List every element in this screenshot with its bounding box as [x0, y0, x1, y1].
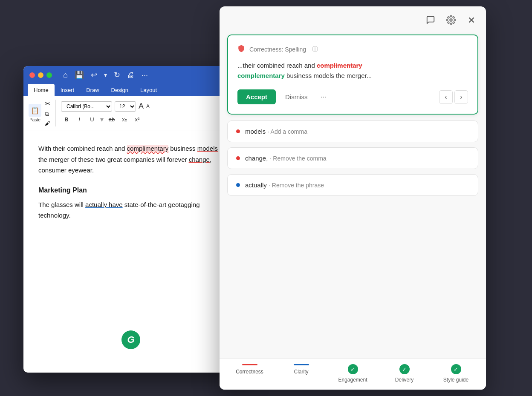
tab-insert[interactable]: Insert — [55, 84, 81, 96]
accept-button[interactable]: Accept — [237, 89, 276, 104]
context-before: ...their combined reach and — [237, 62, 317, 69]
main-suggestion-card: Correctness: Spelling ⓘ ...their combine… — [227, 34, 478, 115]
prev-button[interactable]: ‹ — [439, 90, 453, 104]
blue-dot-icon — [236, 183, 240, 187]
more-icon[interactable]: ··· — [142, 71, 148, 80]
copy-icon[interactable]: ⧉ — [45, 110, 50, 118]
tab-clarity-label: Clarity — [294, 369, 308, 375]
font-size-select[interactable]: 12 — [115, 101, 136, 112]
document-content: With their combined reach and compliment… — [23, 130, 243, 242]
suggestion-text-models: models · Add a comma — [245, 128, 307, 135]
suggestion-row-actually[interactable]: actually · Remove the phrase — [227, 174, 478, 196]
engagement-check-icon: ✓ — [348, 364, 358, 374]
delivery-check-icon: ✓ — [399, 364, 410, 374]
ribbon-tabs: Home Insert Draw Design Layout — [23, 84, 243, 96]
grammarly-panel: Correctness: Spelling ⓘ ...their combine… — [220, 6, 486, 390]
chat-icon[interactable] — [425, 14, 437, 26]
format-painter-icon[interactable]: 🖌 — [45, 120, 50, 126]
cut-icon[interactable]: ✂ — [45, 100, 50, 108]
home-icon[interactable]: ⌂ — [63, 71, 68, 80]
bold-button[interactable]: B — [61, 114, 72, 125]
change-word: change — [189, 156, 210, 163]
more-options-button[interactable]: ··· — [317, 89, 330, 105]
grammarly-logo: G — [127, 334, 134, 345]
misspelled-word: complimentary — [127, 145, 169, 152]
shield-icon — [237, 44, 245, 55]
paragraph-2: The glasses will actually have state-of-… — [38, 199, 228, 221]
context-after: business models the merger... — [285, 72, 372, 79]
font-group: Calibri (Bo... 12 A A B I U ▾ ab x₂ x² — [61, 101, 155, 125]
print-icon[interactable]: 🖨 — [127, 71, 135, 80]
paste-button[interactable]: 📋 Paste — [29, 104, 41, 122]
suggestion-text-change: change, · Remove the comma — [245, 155, 327, 162]
marketing-heading: Marketing Plan — [38, 184, 228, 196]
suggestion-separator: · — [269, 182, 272, 189]
maximize-button[interactable] — [46, 72, 52, 78]
tab-style-guide[interactable]: ✓ Style guide — [430, 364, 482, 383]
panel-header — [220, 6, 486, 30]
underline-button[interactable]: U — [87, 114, 98, 125]
subscript-button[interactable]: x₂ — [119, 114, 130, 125]
tab-draw[interactable]: Draw — [80, 84, 105, 96]
card-actions: Accept Dismiss ··· ‹ › — [237, 89, 468, 105]
paste-label: Paste — [29, 118, 40, 122]
ribbon-controls: 📋 Paste ✂ ⧉ 🖌 Calibri (Bo... 12 A — [23, 96, 243, 130]
suggestion-row-change[interactable]: change, · Remove the comma — [227, 147, 478, 169]
redo-icon[interactable]: ▾ — [104, 72, 107, 78]
red-dot-icon — [236, 156, 240, 160]
strikethrough-button[interactable]: ab — [106, 114, 117, 125]
correctness-indicator — [242, 364, 257, 365]
navigation-buttons: ‹ › — [439, 90, 468, 104]
dismiss-button[interactable]: Dismiss — [280, 89, 313, 104]
svg-point-0 — [450, 19, 452, 21]
tab-style-guide-label: Style guide — [443, 377, 468, 383]
tab-engagement[interactable]: ✓ Engagement — [327, 364, 379, 383]
title-bar-icons: ⌂ 💾 ↩ ▾ ↻ 🖨 ··· — [63, 70, 148, 80]
suggestion-word: change, — [245, 155, 268, 162]
grammarly-button[interactable]: G — [121, 330, 140, 349]
close-button[interactable] — [29, 72, 35, 78]
paste-group: 📋 Paste ✂ ⧉ 🖌 — [29, 100, 56, 126]
minimize-button[interactable] — [38, 72, 43, 78]
save-icon[interactable]: 💾 — [75, 70, 84, 80]
settings-icon[interactable] — [445, 14, 457, 26]
suggestion-word: models — [245, 128, 266, 135]
info-icon[interactable]: ⓘ — [312, 46, 318, 53]
card-text: ...their combined reach and complimentar… — [237, 60, 468, 81]
style-guide-check-icon: ✓ — [451, 364, 461, 374]
suggestion-text-actually: actually · Remove the phrase — [245, 181, 324, 189]
font-shrink-icon[interactable]: A — [146, 103, 150, 109]
tab-correctness-label: Correctness — [236, 369, 263, 375]
tab-layout[interactable]: Layout — [134, 84, 163, 96]
undo-icon[interactable]: ↩ — [91, 70, 97, 80]
red-dot-icon — [236, 129, 240, 133]
correct-word: complementary — [237, 72, 285, 79]
tab-delivery[interactable]: ✓ Delivery — [379, 364, 430, 383]
tab-delivery-label: Delivery — [395, 377, 413, 383]
word-processor-window: ⌂ 💾 ↩ ▾ ↻ 🖨 ··· Home Insert Draw Design … — [23, 66, 243, 373]
tab-engagement-label: Engagement — [338, 377, 367, 383]
suggestion-action: Remove the comma — [273, 155, 326, 162]
tab-home[interactable]: Home — [28, 84, 55, 96]
refresh-icon[interactable]: ↻ — [114, 70, 120, 80]
separator: ▾ — [100, 115, 104, 123]
next-button[interactable]: › — [454, 90, 468, 104]
paste-icon: 📋 — [29, 104, 41, 117]
suggestion-action: Remove the phrase — [272, 182, 324, 189]
card-header: Correctness: Spelling ⓘ — [237, 44, 468, 55]
title-bar: ⌂ 💾 ↩ ▾ ↻ 🖨 ··· — [23, 66, 243, 84]
font-select[interactable]: Calibri (Bo... — [61, 101, 112, 112]
wrong-word: complimentary — [317, 62, 362, 69]
suggestion-row-models[interactable]: models · Add a comma — [227, 121, 478, 142]
close-icon[interactable] — [466, 14, 477, 26]
paragraph-1: With their combined reach and compliment… — [38, 143, 228, 176]
suggestion-word: actually — [245, 181, 267, 189]
superscript-button[interactable]: x² — [132, 114, 143, 125]
tab-clarity[interactable]: Clarity — [275, 364, 327, 383]
panel-tabs: Correctness Clarity ✓ Engagement ✓ Deliv… — [220, 359, 486, 390]
traffic-lights — [29, 72, 52, 78]
tab-design[interactable]: Design — [105, 84, 134, 96]
tab-correctness[interactable]: Correctness — [224, 364, 275, 383]
italic-button[interactable]: I — [74, 114, 85, 125]
font-grow-icon[interactable]: A — [139, 102, 144, 111]
